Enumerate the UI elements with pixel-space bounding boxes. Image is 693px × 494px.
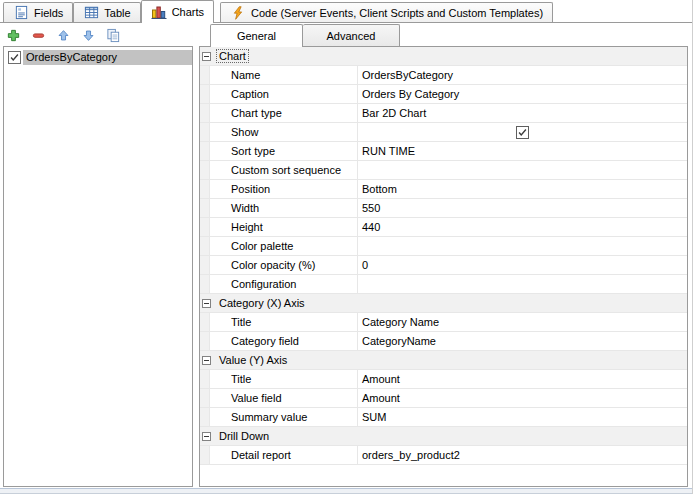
property-label[interactable]: Show [210,123,358,141]
show-checkbox[interactable] [516,126,529,139]
chart-list-toolbar [5,26,122,44]
collapse-icon[interactable] [202,299,211,308]
property-label[interactable]: Position [210,180,358,198]
tab-label: Charts [172,6,204,18]
remove-button[interactable] [30,27,47,44]
property-label[interactable]: Chart type [210,104,358,122]
row-gutter [200,180,210,198]
property-row: NameOrdersByCategory [200,66,687,85]
copy-icon [106,27,122,43]
group-label: Category (X) Axis [217,297,307,309]
property-value[interactable]: OrdersByCategory [358,66,687,84]
property-row: Custom sort sequence [200,161,687,180]
property-row: Show [200,123,687,142]
property-value[interactable]: Amount [358,370,687,388]
property-value[interactable]: Bar 2D Chart [358,104,687,122]
property-label[interactable]: Configuration [210,275,358,293]
tab-label: Code (Server Events, Client Scripts and … [251,7,543,19]
property-label[interactable]: Category field [210,332,358,350]
move-up-button[interactable] [55,27,72,44]
property-label[interactable]: Width [210,199,358,217]
property-row: TitleCategory Name [200,313,687,332]
property-label[interactable]: Detail report [210,446,358,464]
row-gutter [200,389,210,407]
property-label[interactable]: Title [210,313,358,331]
row-gutter [200,218,210,236]
collapse-icon[interactable] [202,356,211,365]
property-grid: ChartNameOrdersByCategoryCaptionOrders B… [199,46,688,487]
property-label[interactable]: Custom sort sequence [210,161,358,179]
tab-fields[interactable]: Fields [3,2,73,22]
collapse-icon[interactable] [202,52,211,61]
list-item[interactable]: OrdersByCategory [4,49,192,66]
property-group-header[interactable]: Chart [200,47,687,66]
tab-charts[interactable]: Charts [141,0,214,23]
property-row: Height440 [200,218,687,237]
property-value[interactable]: Amount [358,389,687,407]
tab-label: General [237,30,276,42]
property-value[interactable] [358,275,687,293]
property-row: Chart typeBar 2D Chart [200,104,687,123]
property-group-header[interactable]: Drill Down [200,427,687,446]
property-label[interactable]: Summary value [210,408,358,426]
chart-list: OrdersByCategory [3,46,193,487]
property-label[interactable]: Name [210,66,358,84]
property-value[interactable] [358,123,687,141]
tab-code[interactable]: Code (Server Events, Client Scripts and … [220,2,553,22]
collapse-icon[interactable] [202,432,211,441]
property-row: TitleAmount [200,370,687,389]
property-grid-rows: ChartNameOrdersByCategoryCaptionOrders B… [200,47,687,465]
fields-icon [13,5,29,21]
property-row: Summary valueSUM [200,408,687,427]
chart-designer-window: Fields Table [0,0,693,494]
tab-general[interactable]: General [210,24,303,47]
row-gutter [200,142,210,160]
list-item-checkbox[interactable] [8,51,21,64]
tab-advanced[interactable]: Advanced [303,24,400,46]
table-icon [83,5,99,21]
property-label[interactable]: Title [210,370,358,388]
property-value[interactable]: 0 [358,256,687,274]
property-group-header[interactable]: Category (X) Axis [200,294,687,313]
property-value[interactable]: RUN TIME [358,142,687,160]
property-value[interactable]: Category Name [358,313,687,331]
property-value[interactable]: Bottom [358,180,687,198]
property-group-header[interactable]: Value (Y) Axis [200,351,687,370]
property-label[interactable]: Caption [210,85,358,103]
row-gutter [200,237,210,255]
property-value[interactable]: 550 [358,199,687,217]
arrow-up-icon [56,27,72,43]
row-gutter [200,408,210,426]
add-button[interactable] [5,27,22,44]
property-row: CaptionOrders By Category [200,85,687,104]
property-value[interactable]: orders_by_product2 [358,446,687,464]
row-gutter [200,332,210,350]
row-gutter [200,85,210,103]
row-gutter [200,275,210,293]
tab-table[interactable]: Table [73,2,140,22]
property-value[interactable]: Orders By Category [358,85,687,103]
property-value[interactable] [358,237,687,255]
property-label[interactable]: Sort type [210,142,358,160]
property-label[interactable]: Color palette [210,237,358,255]
property-value[interactable]: SUM [358,408,687,426]
group-label: Value (Y) Axis [217,354,289,366]
property-panel-tabs: General Advanced [210,24,400,47]
main-tabstrip: Fields Table [0,0,692,23]
arrow-down-icon [81,27,97,43]
property-label[interactable]: Color opacity (%) [210,256,358,274]
property-value[interactable]: CategoryName [358,332,687,350]
move-down-button[interactable] [80,27,97,44]
property-value[interactable] [358,161,687,179]
property-row: Color palette [200,237,687,256]
row-gutter [200,446,210,464]
property-row: Category fieldCategoryName [200,332,687,351]
property-value[interactable]: 440 [358,218,687,236]
copy-button[interactable] [105,27,122,44]
tab-label: Table [104,7,130,19]
property-row: Detail reportorders_by_product2 [200,446,687,465]
row-gutter [200,313,210,331]
property-label[interactable]: Value field [210,389,358,407]
property-label[interactable]: Height [210,218,358,236]
group-label: Drill Down [217,430,271,442]
